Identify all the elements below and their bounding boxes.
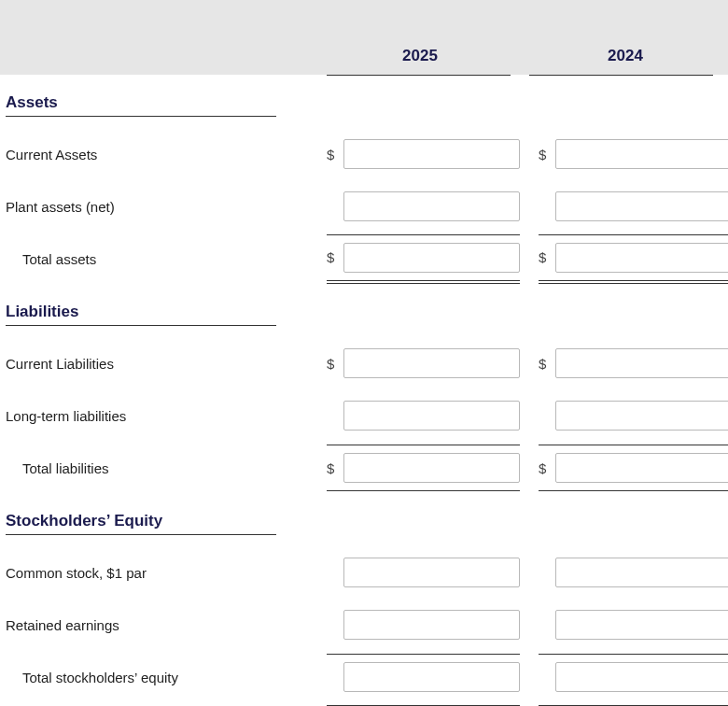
input-total-liabilities-2024[interactable] [555, 453, 728, 483]
input-current-liabilities-2025[interactable] [343, 348, 520, 378]
currency-symbol: $ [327, 460, 343, 476]
row-current-assets: Current Assets $ $ [0, 128, 728, 180]
currency-symbol: $ [539, 460, 555, 476]
input-common-stock-2024[interactable] [555, 558, 728, 587]
label-total-stockholders-equity: Total stockholders’ equity [6, 670, 317, 685]
label-plant-assets: Plant assets (net) [6, 199, 317, 215]
label-retained-earnings: Retained earnings [6, 617, 317, 633]
section-title-equity: Stockholders’ Equity [6, 512, 276, 535]
label-current-liabilities: Current Liabilities [6, 356, 317, 372]
row-longterm-liabilities: Long-term liabilities $ $ [0, 389, 728, 442]
currency-symbol: $ [327, 356, 343, 372]
input-total-stockholders-equity-2025[interactable] [343, 662, 520, 692]
label-total-assets: Total assets [6, 251, 317, 267]
input-total-stockholders-equity-2024[interactable] [555, 662, 728, 692]
label-current-assets: Current Assets [6, 147, 317, 162]
currency-symbol: $ [539, 147, 555, 162]
section-liabilities: Liabilities [0, 285, 728, 337]
input-current-assets-2025[interactable] [343, 139, 520, 169]
row-total-stockholders-equity: Total stockholders’ equity $ $ [0, 651, 728, 703]
row-total-liabilities: Total liabilities $ $ [0, 442, 728, 494]
input-retained-earnings-2025[interactable] [343, 610, 520, 640]
section-title-assets: Assets [6, 93, 276, 117]
section-title-liabilities: Liabilities [6, 303, 276, 326]
row-current-liabilities: Current Liabilities $ $ [0, 337, 728, 389]
input-total-liabilities-2025[interactable] [343, 453, 520, 483]
input-longterm-liabilities-2025[interactable] [343, 401, 520, 431]
table-header: 2025 2024 [0, 0, 728, 75]
row-total-assets: Total assets $ $ [0, 233, 728, 285]
row-retained-earnings: Retained earnings $ $ [0, 599, 728, 651]
input-total-assets-2024[interactable] [555, 243, 728, 273]
label-longterm-liabilities: Long-term liabilities [6, 408, 317, 424]
input-current-assets-2024[interactable] [555, 139, 728, 169]
section-equity: Stockholders’ Equity [0, 494, 728, 546]
row-plant-assets: Plant assets (net) $ $ [0, 180, 728, 233]
label-total-liabilities: Total liabilities [6, 460, 317, 476]
input-plant-assets-2024[interactable] [555, 191, 728, 221]
input-retained-earnings-2024[interactable] [555, 610, 728, 640]
section-assets: Assets [0, 76, 728, 128]
currency-symbol: $ [327, 249, 343, 265]
currency-symbol: $ [539, 356, 555, 372]
input-plant-assets-2025[interactable] [343, 191, 520, 221]
label-common-stock: Common stock, $1 par [6, 565, 317, 581]
currency-symbol: $ [327, 147, 343, 162]
currency-symbol: $ [539, 249, 555, 265]
column-header-2025: 2025 [327, 47, 513, 75]
input-common-stock-2025[interactable] [343, 558, 520, 587]
input-total-assets-2025[interactable] [343, 243, 520, 273]
row-common-stock: Common stock, $1 par $ $ [0, 546, 728, 599]
input-current-liabilities-2024[interactable] [555, 348, 728, 378]
input-longterm-liabilities-2024[interactable] [555, 401, 728, 431]
column-header-2024: 2024 [532, 47, 719, 75]
